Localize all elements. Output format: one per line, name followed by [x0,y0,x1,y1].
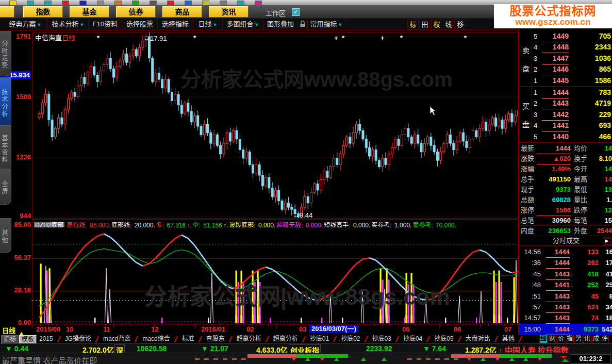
date-label: 07 [504,325,511,333]
menu-button-5[interactable]: 资讯 [209,6,249,18]
menu-button-3[interactable]: 债券 [116,6,156,18]
date-label: 06 [454,325,461,333]
chart-title: 中信海直日线 [35,32,75,42]
quote-panel: 卖盘买盘514497054144823433144710362144686511… [518,29,612,335]
param-label: 多: [156,222,166,227]
indicator-chart[interactable] [32,219,518,325]
workspace-check-icon[interactable]: ✓ [292,8,300,16]
bottom-tab-大盘对比-13[interactable]: 大盘对比 [460,335,495,343]
tick-row[interactable]: 14:56144413316 [519,246,612,257]
menu-button-1[interactable]: 指数 [23,6,63,18]
mini-tab-讯[interactable]: 讯 [583,335,591,343]
buy-row-1[interactable]: 11444783 [533,87,612,98]
tool-icon-权[interactable]: 权 [431,19,442,30]
switch-button-指标[interactable]: 指标 [1,335,19,344]
bottom-tab-抄底05-12[interactable]: 抄底05 [429,335,458,343]
toolbar-item[interactable]: 日线▼ [193,19,223,29]
bottom-tab-超赢分析-7[interactable]: 超赢分析 [268,335,303,343]
stat-cell: 14 [592,174,612,185]
bottom-tab-macd综合-3[interactable]: macd综合 [137,335,175,343]
toolbar-item[interactable]: F10资料 [89,19,122,29]
mini-tab-成[interactable]: 成 [592,335,600,343]
peak-annotation: ←17.91 [143,35,167,42]
stat-cell: 1444 [537,143,571,154]
tool-icon-线[interactable]: 线 [443,19,454,30]
tick-mark [162,324,163,326]
triangle-mark [382,357,387,361]
toolbar-item[interactable]: 经典方案▼ [3,19,48,29]
sidebar-tab-其他[interactable]: 其他 [0,218,11,253]
sidebar-tab-全屏[interactable]: 全屏 [0,169,11,205]
news-ticker[interactable]: 最严重旱情 农产品涨价在即 [2,355,97,364]
sidebar-tab-技术分析[interactable]: 技术分析 [0,77,11,127]
sidebar-tab-基本资料[interactable]: 基本资料 [0,125,11,171]
menu-button-partial[interactable] [0,6,14,18]
buy-row-5[interactable]: 51440466 [533,131,612,142]
tick-row[interactable]: :511443↑458 [519,291,612,302]
bottom-tab-查股东-5[interactable]: 查股东 [201,335,230,343]
bottom-tab-抄底03-10[interactable]: 抄底03 [367,335,396,343]
sell-row-1[interactable]: 114451586 [533,75,612,86]
lock-icon[interactable] [298,19,308,29]
banner-url: www.gszx.com.cn [494,18,612,27]
tool-icon-田[interactable]: 田 [419,19,431,30]
sell-row-2[interactable]: 21446865 [533,64,612,75]
sell-row-4[interactable]: 414482343 [533,42,612,53]
date-label: 11 [103,325,110,333]
stat-row: 现手9373最低13 [519,185,612,195]
mini-tab-评[interactable]: 评 [601,335,609,343]
tick-mark [504,324,505,326]
tick-row[interactable]: 15:001444↑9373542 [519,324,612,335]
menu-button-2[interactable]: 基金 [70,6,109,18]
dash-mark [195,358,200,360]
bottom-tab-抄底02-9[interactable]: 抄底02 [336,335,365,343]
sell-row-5[interactable]: 51449705 [533,31,612,42]
tick-row[interactable]: :57144352434 [519,302,612,312]
tick-mark [512,324,513,326]
buy-row-4[interactable]: 41441693 [533,120,612,131]
axis-label: 1226 [10,153,31,161]
site-banner[interactable]: 股票公式指标网 www.gszx.com.cn [494,4,612,28]
toolbar-item[interactable]: 图形叠加 [263,19,298,29]
period-indicator[interactable]: 日线▲ [2,325,15,335]
mini-tab-指[interactable]: 指 [566,335,574,343]
tick-row[interactable]: 14:5714437418 [519,312,612,323]
tick-row[interactable]: :36144426217 [519,257,612,268]
bottom-tab-2015-0[interactable]: 2015 [34,335,58,343]
toolbar-item[interactable]: 技术分析▼ [48,19,89,29]
sell-row-3[interactable]: 314471036 [533,53,612,64]
tick-mark [252,324,253,326]
mini-tab-价[interactable]: 价 [557,335,565,343]
tool-icon-标[interactable]: 标 [407,19,419,30]
bottom-tab-抄底01-8[interactable]: 抄底01 [305,335,334,343]
expand-arrow-icon[interactable]: ▶ [603,237,611,245]
indicator-name[interactable]: DZH2底部 [34,222,64,227]
toolbar-item[interactable]: 常用指标▼ [308,19,345,29]
sidebar-tab-分时走势[interactable]: 分时走势 [0,31,11,76]
toolbar-item[interactable]: 选择股票 [122,19,158,29]
toolbar-item[interactable]: 选择指标 [158,19,193,29]
workspace-label[interactable]: 工作区 [266,8,286,18]
tick-mark [448,324,448,326]
tick-row[interactable]: :481441↓25225 [519,279,612,290]
sz-change: ▼ 21.07 [201,344,228,353]
param-label: 高位线: [67,222,89,227]
buy-row-3[interactable]: 31442229 [533,109,612,120]
tool-icon-移[interactable]: 移 [455,19,466,30]
menu-button-4[interactable]: 商品 [162,6,202,18]
mini-tab-财[interactable]: 财 [548,335,556,343]
toolbar-item[interactable]: 多图组合▼ [223,19,263,29]
candlestick-chart[interactable] [32,32,518,219]
bottom-tab-其他-14[interactable]: 其他 [497,335,520,343]
bottom-tab-JG操盘论-1[interactable]: JG操盘论 [60,335,96,343]
tick-mark [138,324,138,326]
tick-row[interactable]: :451443↓41841 [519,269,612,279]
bottom-tab-抄底04-11[interactable]: 抄底04 [398,335,427,343]
stat-cell: 30960 [537,216,571,226]
buy-row-2[interactable]: 214434719 [533,98,612,109]
mini-tab-势[interactable]: 势 [574,335,583,343]
mini-tab-细[interactable]: 细 [539,335,548,343]
bottom-tab-macd背离-2[interactable]: macd背离 [98,335,136,343]
bottom-tab-标准-4[interactable]: 标准 [177,335,200,343]
bottom-tab-超赢分析-6[interactable]: 超赢分析 [231,335,267,343]
